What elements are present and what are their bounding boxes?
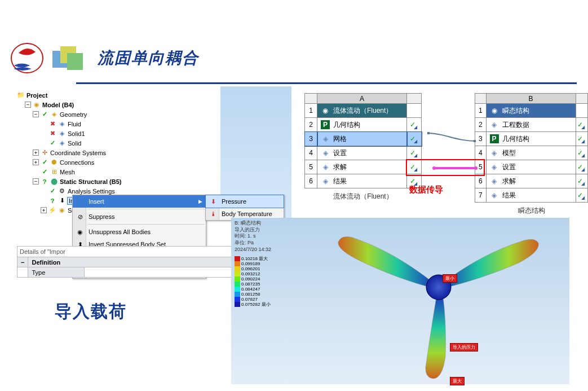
schematic-cell[interactable]: ◈结果 — [487, 188, 576, 202]
result-viewport[interactable]: B: 瞬态结构 导入的压力 时间: 1. s 单位: Pa 2024/7/20 … — [231, 218, 569, 384]
details-title: Details of "Impor — [17, 246, 237, 257]
schematic-cell[interactable]: P几何结构 — [487, 132, 576, 146]
expander-icon[interactable]: − — [25, 102, 31, 108]
schematic-cell[interactable]: ◈工程数据 — [487, 118, 576, 131]
schematic-cell[interactable]: ◉流体流动（Fluent） — [317, 104, 406, 117]
submenu-pressure[interactable]: ⬇Pressure — [206, 195, 284, 208]
badge-min: 最小 — [443, 274, 457, 283]
schematic-b[interactable]: B 1◉瞬态结构2◈工程数据✓◢3P几何结构✓◢4◈模型✓◢5◈设置✓◢6◈求解… — [475, 93, 588, 216]
schematic-cell[interactable]: ◈结果 — [317, 174, 406, 188]
tree-geometry[interactable]: Geometry — [60, 111, 87, 118]
schematic-cell[interactable]: P几何结构 — [317, 118, 406, 131]
schematic-b-caption: 瞬态结构 — [475, 206, 588, 216]
viewport-info: B: 瞬态结构 导入的压力 时间: 1. s 单位: Pa 2024/7/20 … — [235, 220, 271, 253]
schematic-cell[interactable]: ◉瞬态结构 — [487, 104, 576, 117]
svg-rect-1 — [427, 132, 430, 134]
details-type-value[interactable] — [85, 267, 237, 278]
schematic-cell[interactable]: ◈网格 — [317, 132, 406, 146]
data-transfer-label: 数据传导 — [409, 184, 443, 195]
import-load-label: 导入载荷 — [55, 300, 127, 323]
badge-max: 最大 — [450, 377, 465, 385]
schematic-a-caption: 流体流动（Fluent） — [304, 192, 422, 201]
menu-unsuppress[interactable]: ◉Unsuppress All Bodies — [73, 226, 206, 238]
tree-connections[interactable]: Connections — [60, 159, 94, 166]
menu-suppress[interactable]: ⊘Suppress — [73, 210, 206, 223]
data-connector — [434, 167, 476, 169]
expander-icon[interactable]: + — [33, 159, 39, 165]
propeller-contour — [321, 221, 558, 384]
tree-solid1[interactable]: Solid1 — [68, 130, 85, 137]
schematic-cell[interactable]: ◈求解 — [317, 160, 406, 174]
tree-project[interactable]: Project — [26, 92, 47, 99]
page-title: 流固单向耦合 — [98, 47, 199, 69]
logo-swirl-icon — [10, 42, 44, 74]
tree-analysis-settings[interactable]: Analysis Settings — [68, 188, 115, 195]
tree-fluid[interactable]: Fluid — [68, 121, 81, 128]
menu-insert[interactable]: Insert▶ — [73, 195, 206, 208]
schematic-cell[interactable]: ◈设置 — [487, 160, 576, 174]
tree-model[interactable]: Model (B4) — [42, 102, 74, 108]
expander-icon[interactable]: + — [33, 150, 39, 156]
expander-icon[interactable]: − — [33, 178, 39, 184]
logo-blocks-icon — [52, 44, 86, 72]
tree-coord[interactable]: Coordinate Systems — [50, 150, 106, 156]
chevron-right-icon: ▶ — [198, 199, 202, 204]
color-legend: 0.10218 最大0.0991890.0962010.0932120.0902… — [235, 256, 271, 307]
expander-icon[interactable]: + — [41, 207, 47, 213]
connector-line — [427, 132, 476, 143]
header: 流固单向耦合 — [10, 42, 199, 74]
col-header-b: B — [486, 94, 576, 104]
badge-import: 导入的压力 — [450, 343, 478, 352]
svg-rect-2 — [474, 140, 476, 142]
col-header-a: A — [317, 94, 407, 104]
tree-static[interactable]: Static Structural (B5) — [60, 178, 121, 185]
context-submenu[interactable]: ⬇Pressure 🌡Body Temperature — [205, 195, 284, 221]
details-panel: Details of "Impor −Definition Type — [17, 246, 237, 278]
details-definition: Definition — [28, 257, 237, 267]
schematic-cell[interactable]: ◈求解 — [487, 174, 576, 188]
details-type-label: Type — [28, 267, 85, 278]
expander-icon[interactable]: − — [33, 111, 39, 117]
schematic-cell[interactable]: ◈模型 — [487, 146, 576, 160]
tree-mesh[interactable]: Mesh — [60, 169, 75, 175]
tree-solid[interactable]: Solid — [68, 140, 81, 147]
header-divider — [76, 82, 577, 84]
schematic-cell[interactable]: ◈设置 — [317, 146, 406, 160]
schematic-a[interactable]: A 1◉流体流动（Fluent）2P几何结构✓◢3◈网格✓◢4◈设置✓◢5◈求解… — [304, 93, 422, 201]
